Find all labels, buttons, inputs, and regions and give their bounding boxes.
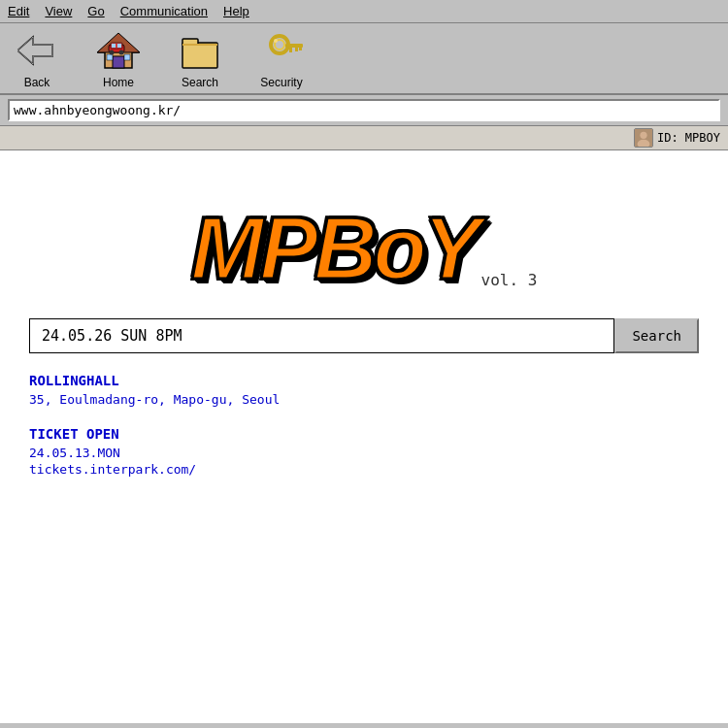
back-button[interactable]: Back [8, 27, 66, 89]
address-input[interactable] [8, 99, 720, 121]
svg-rect-21 [299, 48, 302, 50]
svg-point-8 [110, 50, 115, 55]
back-label: Back [24, 76, 50, 89]
svg-rect-5 [107, 54, 113, 60]
svg-rect-4 [113, 56, 124, 68]
ticket-url[interactable]: tickets.interpark.com/ [29, 462, 699, 477]
security-label: Security [260, 76, 302, 89]
svg-rect-19 [289, 48, 292, 52]
security-button[interactable]: Security [252, 27, 311, 89]
home-button[interactable]: Home [89, 27, 148, 89]
svg-rect-6 [124, 54, 130, 60]
mpboy-logo: MPBoY [191, 199, 478, 299]
venue-name: ROLLINGHALL [29, 373, 699, 388]
home-label: Home [103, 76, 134, 89]
svg-rect-18 [285, 44, 303, 48]
menu-edit[interactable]: Edit [8, 4, 29, 18]
venue-address: 35, Eoulmadang-ro, Mapo-gu, Seoul [29, 392, 699, 407]
search-toolbar-label: Search [182, 76, 218, 89]
menu-help[interactable]: Help [223, 4, 249, 18]
svg-point-9 [119, 50, 124, 55]
svg-rect-15 [182, 44, 217, 46]
menu-communication[interactable]: Communication [120, 4, 208, 18]
security-icon [258, 27, 305, 74]
ticket-date: 24.05.13.MON [29, 446, 699, 460]
search-button[interactable]: Search [614, 318, 699, 353]
menu-bar: Edit View Go Communication Help [0, 0, 728, 23]
back-icon [14, 27, 60, 74]
svg-rect-13 [182, 43, 217, 68]
search-toolbar-button[interactable]: Search [171, 27, 229, 89]
svg-point-24 [640, 132, 646, 139]
menu-go[interactable]: Go [87, 4, 104, 18]
vol-text: vol. 3 [481, 271, 538, 289]
content-area: MPBoY vol. 3 Search ROLLINGHALL 35, Eoul… [0, 150, 728, 723]
svg-marker-0 [17, 37, 52, 64]
search-toolbar-icon [177, 27, 223, 74]
search-row: Search [29, 318, 699, 353]
svg-point-22 [274, 39, 278, 43]
logo-container: MPBoY vol. 3 [29, 199, 699, 299]
user-badge-bar: ID: MPBOY [0, 126, 728, 150]
user-id-label: ID: MPBOY [657, 131, 720, 145]
address-bar [0, 95, 728, 126]
svg-rect-11 [112, 44, 116, 48]
toolbar: Back Home [0, 23, 728, 95]
home-icon [95, 27, 142, 74]
menu-view[interactable]: View [45, 4, 72, 18]
svg-rect-12 [117, 44, 121, 48]
date-input[interactable] [29, 318, 614, 353]
user-avatar [634, 128, 653, 148]
svg-rect-20 [295, 48, 298, 51]
ticket-open-label: TICKET OPEN [29, 426, 699, 442]
